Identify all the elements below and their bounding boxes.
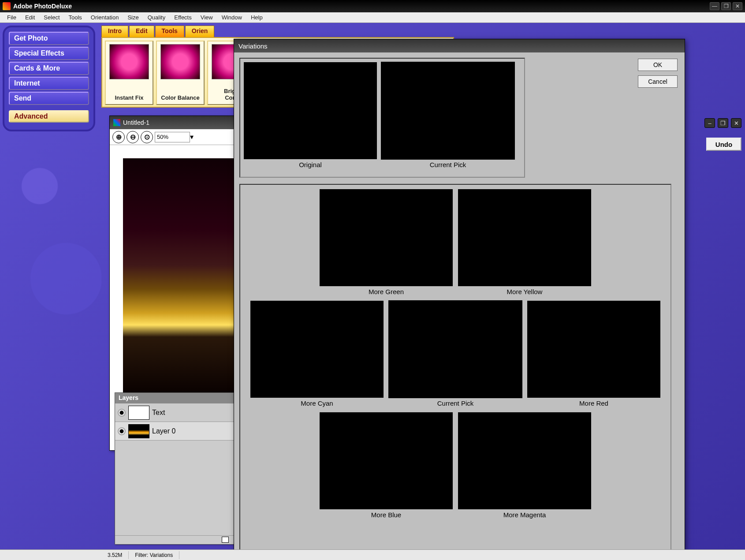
maximize-button[interactable]: ❐ xyxy=(721,2,731,10)
new-layer-icon[interactable] xyxy=(222,537,229,543)
menu-file[interactable]: File xyxy=(3,13,21,22)
status-filter: Filter: Variations xyxy=(129,551,179,559)
menu-effects[interactable]: Effects xyxy=(170,13,196,22)
sidebar-special-effects[interactable]: Special Effects xyxy=(9,47,89,60)
tool-label: Color Balance xyxy=(161,94,199,101)
tool-tabs: Intro Edit Tools Orien xyxy=(101,26,742,37)
layer-thumbnail xyxy=(128,424,149,438)
sidebar-get-photo[interactable]: Get Photo xyxy=(9,32,89,45)
zoom-fit-button[interactable]: ⊙ xyxy=(141,131,153,143)
variation-thumbnail xyxy=(389,301,522,398)
close-button[interactable]: ✕ xyxy=(733,2,742,10)
doc-icon xyxy=(113,119,120,126)
menu-size[interactable]: Size xyxy=(123,13,143,22)
zoom-level-select[interactable] xyxy=(155,132,190,142)
sidebar: Get Photo Special Effects Cards & More I… xyxy=(3,26,95,131)
sidebar-cards-more[interactable]: Cards & More xyxy=(9,62,89,75)
sidebar-send[interactable]: Send xyxy=(9,92,89,105)
variation-label: Current Pick xyxy=(437,399,474,407)
zoom-out-button[interactable]: ⊖ xyxy=(127,131,139,143)
variation-thumbnail xyxy=(244,62,377,159)
variation-thumbnail xyxy=(320,412,453,509)
variation-thumbnail xyxy=(250,301,384,398)
dialog-title: Variations xyxy=(238,42,268,50)
sidebar-internet[interactable]: Internet xyxy=(9,77,89,90)
variation-more-green[interactable]: More Green xyxy=(320,189,453,299)
variation-more-cyan[interactable]: More Cyan xyxy=(250,301,384,411)
variation-label: More Blue xyxy=(371,511,401,519)
menu-window[interactable]: Window xyxy=(217,13,246,22)
variation-thumbnail xyxy=(381,62,514,159)
eye-icon[interactable] xyxy=(118,409,126,417)
layer-row[interactable]: Text xyxy=(115,403,242,422)
layers-panel: Layers Text Layer 0 xyxy=(115,392,242,545)
undo-button[interactable]: Undo xyxy=(706,138,741,151)
decorative-sidebar-art xyxy=(0,146,101,549)
app-title: Adobe PhotoDeluxe xyxy=(13,3,710,10)
variation-label: Current Pick xyxy=(430,161,466,168)
variation-label: Original xyxy=(299,161,322,168)
menu-view[interactable]: View xyxy=(196,13,217,22)
menu-orientation[interactable]: Orientation xyxy=(86,13,123,22)
variations-dialog: Variations OK Cancel Original Current Pi… xyxy=(234,39,685,550)
tab-orientation[interactable]: Orien xyxy=(185,26,215,37)
layer-name: Text xyxy=(152,409,165,417)
minimize-button[interactable]: — xyxy=(710,2,719,10)
status-filesize: 3.52M xyxy=(101,551,129,559)
variations-color-grid: More Green More Yellow More Cyan Current xyxy=(239,184,671,553)
thumbnail-icon xyxy=(160,44,200,79)
mdi-restore-button[interactable]: ❐ xyxy=(718,118,728,128)
cancel-button[interactable]: Cancel xyxy=(638,75,678,88)
tab-edit[interactable]: Edit xyxy=(129,26,154,37)
menu-select[interactable]: Select xyxy=(39,13,64,22)
dialog-titlebar[interactable]: Variations xyxy=(234,39,685,52)
tool-label: Instant Fix xyxy=(115,94,143,101)
eye-icon[interactable] xyxy=(118,427,126,435)
variation-more-blue[interactable]: More Blue xyxy=(320,412,453,522)
menu-bar: File Edit Select Tools Orientation Size … xyxy=(0,12,745,23)
layer-row[interactable]: Layer 0 xyxy=(115,422,242,441)
variation-thumbnail xyxy=(527,301,660,398)
tab-tools[interactable]: Tools xyxy=(155,26,184,37)
layers-header: Layers xyxy=(115,393,242,403)
variation-label: More Red xyxy=(579,399,608,407)
variation-more-magenta[interactable]: More Magenta xyxy=(458,412,591,522)
menu-tools[interactable]: Tools xyxy=(64,13,86,22)
mdi-window-controls: – ❐ ✕ xyxy=(704,118,741,128)
tool-color-balance[interactable]: Color Balance xyxy=(156,41,205,105)
tab-intro[interactable]: Intro xyxy=(101,26,128,37)
menu-help[interactable]: Help xyxy=(246,13,267,22)
layer-thumbnail xyxy=(128,406,149,420)
layers-footer xyxy=(115,535,242,544)
tool-instant-fix[interactable]: Instant Fix xyxy=(105,41,153,105)
variation-original[interactable]: Original xyxy=(244,62,377,173)
ok-button[interactable]: OK xyxy=(638,59,678,71)
variation-label: More Green xyxy=(369,288,404,295)
layer-name: Layer 0 xyxy=(152,427,175,435)
variation-thumbnail xyxy=(458,189,591,286)
mdi-close-button[interactable]: ✕ xyxy=(731,118,741,128)
menu-edit[interactable]: Edit xyxy=(21,13,39,22)
variation-more-red[interactable]: More Red xyxy=(527,301,660,411)
menu-quality[interactable]: Quality xyxy=(143,13,170,22)
variation-label: More Yellow xyxy=(507,288,543,295)
app-titlebar: Adobe PhotoDeluxe — ❐ ✕ xyxy=(0,0,745,12)
variation-current-pick[interactable]: Current Pick xyxy=(381,62,514,173)
app-icon xyxy=(3,2,11,10)
variation-thumbnail xyxy=(458,412,591,509)
variations-top-group: Original Current Pick xyxy=(239,58,525,178)
status-bar: 3.52M Filter: Variations xyxy=(0,549,745,560)
sidebar-advanced[interactable]: Advanced xyxy=(9,110,89,123)
variation-label: More Magenta xyxy=(503,511,546,519)
workspace: Get Photo Special Effects Cards & More I… xyxy=(0,23,745,549)
mdi-minimize-button[interactable]: – xyxy=(704,118,715,128)
zoom-in-button[interactable]: ⊕ xyxy=(112,131,125,143)
variation-more-yellow[interactable]: More Yellow xyxy=(458,189,591,299)
variation-label: More Cyan xyxy=(301,399,333,407)
dropdown-arrow-icon[interactable]: ▾ xyxy=(190,133,194,141)
variation-current-pick-center[interactable]: Current Pick xyxy=(389,301,522,411)
thumbnail-icon xyxy=(109,44,149,79)
doc-title: Untitled-1 xyxy=(123,119,149,126)
variation-thumbnail xyxy=(320,189,453,286)
